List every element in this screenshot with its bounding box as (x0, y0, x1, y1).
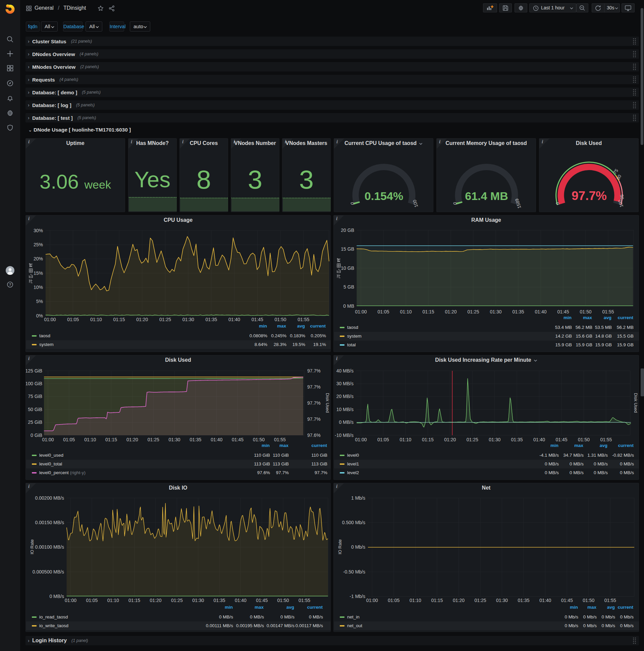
svg-text:01:00: 01:00 (42, 437, 54, 442)
svg-text:01:25: 01:25 (467, 309, 479, 314)
svg-text:01:40: 01:40 (228, 317, 240, 322)
svg-text:01:40: 01:40 (535, 309, 546, 314)
svg-text:97.7%: 97.7% (307, 416, 321, 422)
svg-text:-10 MB/s: -10 MB/s (335, 433, 354, 438)
svg-text:1 Mb/s: 1 Mb/s (351, 495, 365, 501)
svg-text:01:30: 01:30 (489, 437, 501, 442)
svg-text:01:55: 01:55 (600, 437, 612, 442)
svg-text:100: 100 (412, 199, 419, 208)
svg-text:80: 80 (615, 174, 622, 181)
svg-text:01:10: 01:10 (84, 437, 96, 442)
svg-text:01:25: 01:25 (475, 598, 486, 603)
svg-text:01:55: 01:55 (274, 437, 286, 442)
svg-text:01:45: 01:45 (232, 437, 244, 442)
svg-text:01:10: 01:10 (90, 317, 102, 322)
svg-text:01:25: 01:25 (148, 437, 159, 442)
svg-text:97.7%: 97.7% (307, 384, 321, 390)
svg-text:0 Mb/s: 0 Mb/s (351, 544, 365, 550)
svg-text:10 MB/s: 10 MB/s (336, 407, 354, 412)
svg-text:01:50: 01:50 (580, 309, 591, 314)
svg-text:01:30: 01:30 (490, 309, 502, 314)
svg-text:01:40: 01:40 (211, 437, 222, 442)
svg-text:01:25: 01:25 (466, 437, 478, 442)
svg-text:01:00: 01:00 (355, 437, 366, 442)
svg-text:01:30: 01:30 (183, 317, 194, 322)
svg-text:01:50: 01:50 (275, 317, 286, 322)
svg-text:?: ? (9, 283, 11, 286)
svg-text:01:40: 01:40 (235, 598, 247, 603)
svg-text:97.7%: 97.7% (307, 368, 321, 373)
svg-text:01:20: 01:20 (444, 437, 456, 442)
svg-text:01:05: 01:05 (67, 317, 79, 322)
svg-text:01:10: 01:10 (399, 437, 411, 442)
svg-text:30%: 30% (34, 228, 43, 233)
svg-text:0.00150 MB/s: 0.00150 MB/s (35, 520, 64, 525)
svg-text:50 GiB: 50 GiB (28, 407, 42, 412)
svg-text:40 MB/s: 40 MB/s (336, 368, 354, 373)
svg-text:01:10: 01:10 (400, 309, 412, 314)
svg-text:0 MB/s: 0 MB/s (339, 420, 354, 425)
svg-text:01:45: 01:45 (561, 598, 573, 603)
svg-text:10 GB: 10 GB (341, 266, 354, 271)
svg-text:01:35: 01:35 (511, 437, 523, 442)
svg-text:01:15: 01:15 (128, 598, 140, 603)
svg-text:125 GiB: 125 GiB (26, 368, 42, 373)
svg-text:01:00: 01:00 (65, 598, 76, 603)
svg-text:20 MB/s: 20 MB/s (336, 394, 354, 399)
svg-text:0 MB: 0 MB (343, 303, 354, 309)
svg-text:01:40: 01:40 (533, 437, 545, 442)
svg-text:01:55: 01:55 (604, 598, 616, 603)
svg-text:01:05: 01:05 (377, 309, 389, 314)
svg-text:0 GiB: 0 GiB (31, 433, 42, 438)
svg-text:15 GB: 15 GB (341, 246, 354, 252)
svg-text:01:45: 01:45 (555, 437, 567, 442)
svg-text:01:15: 01:15 (114, 317, 125, 322)
svg-text:15%: 15% (34, 271, 43, 276)
svg-text:01:30: 01:30 (496, 598, 508, 603)
svg-text:0.000500 MB/s: 0.000500 MB/s (33, 569, 64, 575)
svg-text:20 GB: 20 GB (341, 227, 354, 233)
svg-text:0.154%: 0.154% (364, 190, 403, 203)
svg-text:01:00: 01:00 (366, 598, 378, 603)
svg-text:01:00: 01:00 (355, 309, 366, 314)
svg-text:25 GiB: 25 GiB (28, 420, 42, 425)
svg-text:01:35: 01:35 (512, 309, 524, 314)
svg-text:01:05: 01:05 (86, 598, 98, 603)
svg-text:01:10: 01:10 (410, 598, 421, 603)
svg-text:01:15: 01:15 (431, 598, 443, 603)
svg-text:95: 95 (619, 194, 625, 200)
svg-text:01:05: 01:05 (388, 598, 399, 603)
svg-text:01:45: 01:45 (557, 309, 569, 314)
svg-text:97.6%: 97.6% (307, 433, 321, 438)
svg-text:01:20: 01:20 (453, 598, 464, 603)
svg-text:01:05: 01:05 (63, 437, 75, 442)
svg-text:01:50: 01:50 (583, 598, 594, 603)
svg-text:100 GiB: 100 GiB (26, 381, 42, 386)
svg-text:0.00200 MB/s: 0.00200 MB/s (35, 495, 64, 501)
svg-text:-1 Mb/s: -1 Mb/s (350, 594, 365, 599)
svg-text:01:15: 01:15 (105, 437, 117, 442)
svg-text:97.7%: 97.7% (572, 189, 607, 203)
svg-text:01:20: 01:20 (150, 598, 161, 603)
svg-text:01:15: 01:15 (422, 437, 434, 442)
svg-text:97.7%: 97.7% (307, 400, 321, 406)
svg-text:01:25: 01:25 (159, 317, 171, 322)
svg-text:01:30: 01:30 (169, 437, 181, 442)
svg-text:01:35: 01:35 (205, 317, 217, 322)
svg-text:0%: 0% (36, 313, 43, 318)
svg-text:10%: 10% (34, 285, 43, 290)
svg-text:5 GB: 5 GB (344, 284, 354, 289)
svg-text:0.500 Mb/s: 0.500 Mb/s (342, 520, 365, 525)
svg-text:5%: 5% (36, 299, 43, 304)
svg-text:0 MB/s: 0 MB/s (49, 594, 64, 599)
svg-text:01:50: 01:50 (253, 437, 265, 442)
svg-text:01:55: 01:55 (298, 598, 310, 603)
svg-text:01:50: 01:50 (578, 437, 590, 442)
svg-text:20%: 20% (34, 256, 43, 261)
svg-text:01:20: 01:20 (445, 309, 456, 314)
svg-text:01:55: 01:55 (297, 317, 309, 322)
svg-text:01:35: 01:35 (190, 437, 201, 442)
svg-text:01:10: 01:10 (107, 598, 119, 603)
svg-text:1589: 1589 (514, 198, 522, 209)
svg-text:01:35: 01:35 (213, 598, 225, 603)
